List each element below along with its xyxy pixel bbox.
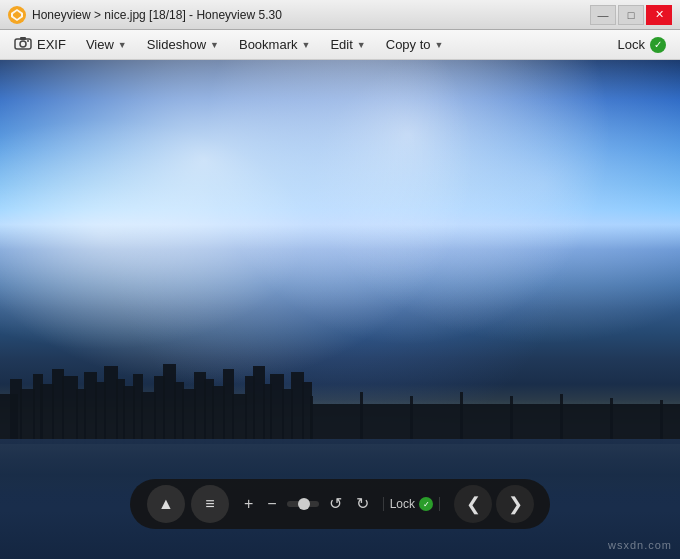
- exif-button[interactable]: EXIF: [6, 33, 74, 56]
- copyto-label: Copy to: [386, 37, 431, 52]
- menu-button[interactable]: ≡: [191, 485, 229, 523]
- lock-label: Lock: [618, 37, 645, 52]
- camera-icon: [14, 36, 32, 53]
- prev-button[interactable]: ❮: [454, 485, 492, 523]
- maximize-button[interactable]: □: [618, 5, 644, 25]
- edit-menu[interactable]: Edit ▼: [322, 34, 373, 55]
- zoom-in-button[interactable]: +: [240, 496, 257, 512]
- slider-area: + − ↺ ↻ Lock ✓: [240, 496, 444, 512]
- view-dropdown-arrow: ▼: [118, 40, 127, 50]
- toolbar-overlay: ▲ ≡ + − ↺ ↻ Lock ✓ ❮: [130, 479, 550, 529]
- slideshow-dropdown-arrow: ▼: [210, 40, 219, 50]
- svg-rect-45: [660, 400, 663, 444]
- title-bar: Honeyview > nice.jpg [18/18] - Honeyview…: [0, 0, 680, 30]
- image-area: wsxdn.com ▲ ≡ + − ↺ ↻ Lock ✓: [0, 60, 680, 559]
- svg-rect-16: [104, 366, 118, 444]
- svg-rect-42: [510, 396, 513, 444]
- edit-dropdown-arrow: ▼: [357, 40, 366, 50]
- bookmark-label: Bookmark: [239, 37, 298, 52]
- menu-bar: EXIF View ▼ Slideshow ▼ Bookmark ▼ Edit …: [0, 30, 680, 60]
- buildings-silhouette: [0, 354, 680, 444]
- slideshow-menu[interactable]: Slideshow ▼: [139, 34, 227, 55]
- lock-menu[interactable]: Lock ✓: [610, 34, 674, 56]
- bookmark-menu[interactable]: Bookmark ▼: [231, 34, 318, 55]
- watermark: wsxdn.com: [608, 539, 672, 551]
- minimize-button[interactable]: —: [590, 5, 616, 25]
- svg-rect-29: [232, 394, 247, 444]
- exif-label: EXIF: [37, 37, 66, 52]
- svg-rect-4: [20, 37, 26, 40]
- seek-thumb: [298, 498, 310, 510]
- prev-icon: ❮: [466, 493, 481, 515]
- svg-rect-8: [20, 389, 35, 444]
- bookmark-dropdown-arrow: ▼: [302, 40, 311, 50]
- slideshow-label: Slideshow: [147, 37, 206, 52]
- eject-button[interactable]: ▲: [147, 485, 185, 523]
- svg-rect-12: [62, 376, 78, 444]
- svg-rect-24: [182, 389, 196, 444]
- svg-rect-43: [560, 394, 563, 444]
- lock-check-icon: ✓: [650, 37, 666, 53]
- lock-toolbar-label: Lock: [390, 497, 415, 511]
- rotate-left-button[interactable]: ↺: [325, 496, 346, 512]
- svg-rect-40: [410, 396, 413, 444]
- copyto-dropdown-arrow: ▼: [435, 40, 444, 50]
- svg-point-3: [20, 41, 26, 47]
- svg-point-5: [27, 40, 29, 42]
- svg-rect-37: [310, 404, 680, 444]
- eject-icon: ▲: [158, 495, 174, 513]
- svg-rect-38: [310, 396, 313, 444]
- title-left: Honeyview > nice.jpg [18/18] - Honeyview…: [8, 6, 282, 24]
- title-text: Honeyview > nice.jpg [18/18] - Honeyview…: [32, 8, 282, 22]
- svg-rect-44: [610, 398, 613, 444]
- next-icon: ❯: [508, 493, 523, 515]
- svg-rect-39: [360, 392, 363, 444]
- view-label: View: [86, 37, 114, 52]
- close-button[interactable]: ✕: [646, 5, 672, 25]
- svg-rect-33: [270, 374, 284, 444]
- view-menu[interactable]: View ▼: [78, 34, 135, 55]
- lock-toolbar-check-icon: ✓: [419, 497, 433, 511]
- lock-toolbar: Lock ✓: [383, 497, 440, 511]
- svg-rect-20: [141, 392, 156, 444]
- next-button[interactable]: ❯: [496, 485, 534, 523]
- rotate-right-button[interactable]: ↻: [352, 496, 373, 512]
- svg-rect-10: [40, 384, 54, 444]
- title-controls: — □ ✕: [590, 5, 672, 25]
- zoom-out-button[interactable]: −: [263, 496, 280, 512]
- svg-rect-41: [460, 392, 463, 444]
- copyto-menu[interactable]: Copy to ▼: [378, 34, 452, 55]
- seek-slider[interactable]: [287, 501, 319, 507]
- edit-label: Edit: [330, 37, 352, 52]
- app-icon: [8, 6, 26, 24]
- menu-icon: ≡: [205, 495, 214, 513]
